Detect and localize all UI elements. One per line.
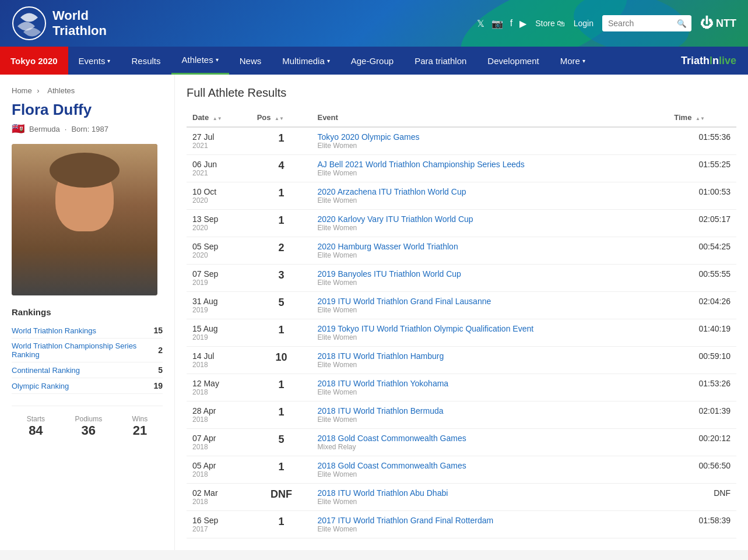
table-row: 16 Sep 2017 1 2017 ITU World Triathlon G… [187,511,736,538]
nav-item-age-group[interactable]: Age-Group [340,47,404,75]
event-link[interactable]: 2019 Banyoles ITU Triathlon World Cup [317,269,461,279]
nav-right: Triathlnlive [681,47,748,75]
date-day: 06 Jun [192,160,245,169]
search-button[interactable]: 🔍 [672,16,691,31]
date-cell: 28 Apr 2018 [187,401,251,429]
social-icons: 𝕏 📷 f ▶ [477,18,526,29]
event-link[interactable]: AJ Bell 2021 World Triathlon Championshi… [317,160,524,169]
date-cell: 06 Jun 2021 [187,155,251,182]
date-year: 2018 [192,443,245,451]
rankings-list: World Triathlon Rankings15World Triathlo… [12,323,163,394]
nav-item-athletes[interactable]: Athletes ▾ [171,47,229,75]
time-cell: 01:58:39 [668,511,736,538]
date-day: 15 Aug [192,324,245,333]
pos-cell: 4 [251,155,312,182]
logo-area: World Triathlon [12,6,107,41]
nav-item-events[interactable]: Events ▾ [68,47,121,75]
event-link[interactable]: 2019 ITU World Triathlon Grand Final Lau… [317,297,491,306]
ranking-row: World Triathlon Championship Series Rank… [12,339,163,362]
ranking-row: Continental Ranking5 [12,362,163,378]
table-row: 28 Apr 2018 1 2018 ITU World Triathlon B… [187,401,736,429]
ranking-link[interactable]: World Triathlon Championship Series Rank… [12,341,158,359]
store-link[interactable]: Store 🛍 [535,19,564,28]
main-content: Home › Athletes Flora Duffy 🇧🇲 Bermuda ·… [0,75,748,550]
event-link[interactable]: Tokyo 2020 Olympic Games [317,132,419,142]
date-day: 14 Jul [192,351,245,361]
date-cell: 12 May 2018 [187,374,251,401]
time-cell: 01:40:19 [668,319,736,347]
event-link[interactable]: 2019 Tokyo ITU World Triathlon Olympic Q… [317,324,533,333]
time-cell: 01:53:26 [668,374,736,401]
event-link[interactable]: 2020 Hamburg Wasser World Triathlon [317,242,458,251]
date-day: 07 Sep [192,269,245,279]
event-link[interactable]: 2017 ITU World Triathlon Grand Final Rot… [317,516,493,525]
event-cell: 2018 ITU World Triathlon Yokohama Elite … [311,374,668,401]
rankings-section: Rankings World Triathlon Rankings15World… [12,307,163,394]
ranking-link[interactable]: Olympic Ranking [12,382,69,390]
date-year: 2018 [192,498,245,506]
event-cell: 2020 Hamburg Wasser World Triathlon Elit… [311,237,668,265]
event-cell: 2018 Gold Coast Commonwealth Games Elite… [311,456,668,484]
col-time[interactable]: Time ▲▼ [668,108,736,127]
breadcrumb-home[interactable]: Home [12,86,32,95]
table-row: 05 Sep 2020 2 2020 Hamburg Wasser World … [187,237,736,265]
triathlon-live-logo: Triathlnlive [681,55,736,67]
event-link[interactable]: 2018 ITU World Triathlon Yokohama [317,379,448,388]
nav-item-multimedia[interactable]: Multimedia ▾ [272,47,340,75]
event-link[interactable]: 2020 Arzachena ITU Triathlon World Cup [317,187,466,196]
pos-cell: 5 [251,429,312,456]
ranking-row: Olympic Ranking19 [12,378,163,394]
table-row: 13 Sep 2020 1 2020 Karlovy Vary ITU Tria… [187,210,736,237]
stat-wins: Wins 21 [132,415,148,438]
col-event[interactable]: Event [311,108,668,127]
ranking-value: 15 [153,326,163,335]
table-row: 10 Oct 2020 1 2020 Arzachena ITU Triathl… [187,182,736,210]
date-year: 2021 [192,169,245,177]
athlete-meta: 🇧🇲 Bermuda · Born: 1987 [12,122,163,135]
col-date[interactable]: Date ▲▼ [187,108,251,127]
nav-item-para-triathlon[interactable]: Para triathlon [404,47,477,75]
results-title: Full Athlete Results [187,86,736,100]
results-area: Full Athlete Results Date ▲▼ Pos ▲▼ Even… [175,75,748,550]
nav-item-tokyo[interactable]: Tokyo 2020 [0,47,68,75]
event-link[interactable]: 2018 ITU World Triathlon Abu Dhabi [317,488,448,498]
col-pos[interactable]: Pos ▲▼ [251,108,312,127]
event-link[interactable]: 2018 ITU World Triathlon Hamburg [317,351,444,361]
logo-icon [12,6,47,41]
date-day: 16 Sep [192,516,245,525]
event-link[interactable]: 2020 Karlovy Vary ITU Triathlon World Cu… [317,214,473,224]
main-nav: Tokyo 2020 Events ▾ Results Athletes ▾ N… [0,47,748,75]
nav-item-development[interactable]: Development [477,47,549,75]
event-link[interactable]: 2018 Gold Coast Commonwealth Games [317,461,466,470]
instagram-icon[interactable]: 📷 [491,18,503,29]
time-cell: 00:59:10 [668,347,736,374]
search-box: 🔍 [602,15,691,31]
ranking-link[interactable]: Continental Ranking [12,366,80,375]
time-cell: 02:04:26 [668,292,736,319]
twitter-icon[interactable]: 𝕏 [477,18,484,29]
nav-item-news[interactable]: News [229,47,272,75]
rankings-title: Rankings [12,307,163,317]
youtube-icon[interactable]: ▶ [519,18,526,29]
nav-item-more[interactable]: More ▾ [550,47,596,75]
date-day: 10 Oct [192,187,245,196]
table-row: 05 Apr 2018 1 2018 Gold Coast Commonweal… [187,456,736,484]
event-category: Elite Women [317,224,662,232]
photo-placeholder [12,144,157,295]
event-link[interactable]: 2018 Gold Coast Commonwealth Games [317,434,466,443]
login-button[interactable]: Login [574,19,594,28]
results-table: Date ▲▼ Pos ▲▼ Event Time ▲▼ 27 Jul 2021… [187,108,736,538]
event-link[interactable]: 2018 ITU World Triathlon Bermuda [317,406,443,415]
date-cell: 07 Sep 2019 [187,265,251,292]
facebook-icon[interactable]: f [510,18,512,29]
event-cell: 2018 ITU World Triathlon Hamburg Elite W… [311,347,668,374]
date-cell: 10 Oct 2020 [187,182,251,210]
date-day: 31 Aug [192,297,245,306]
nav-item-results[interactable]: Results [121,47,171,75]
pos-cell: 1 [251,511,312,538]
sidebar: Home › Athletes Flora Duffy 🇧🇲 Bermuda ·… [0,75,175,550]
search-input[interactable] [602,15,672,31]
date-year: 2020 [192,196,245,205]
ranking-link[interactable]: World Triathlon Rankings [12,326,96,335]
event-category: Elite Women [317,196,662,205]
